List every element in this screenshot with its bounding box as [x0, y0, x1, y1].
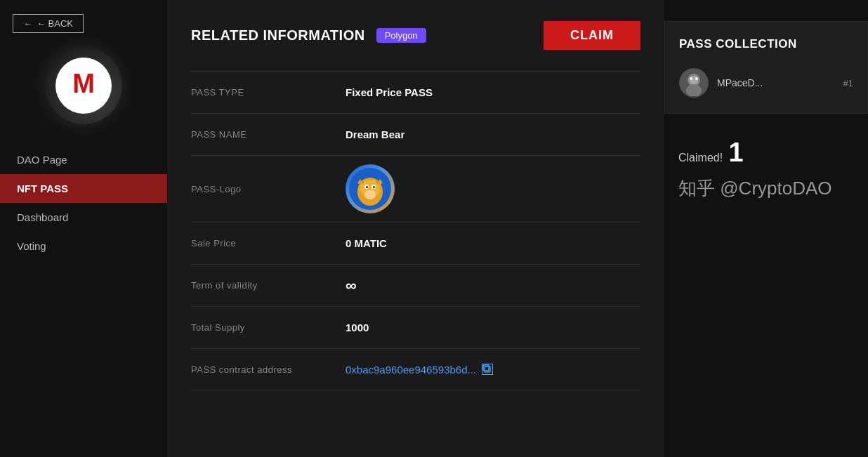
- back-button[interactable]: ← ← BACK: [13, 14, 84, 33]
- sale-price-label: Sale Price: [191, 238, 346, 249]
- validity-label: Term of validity: [191, 280, 346, 291]
- validity-row: Term of validity ∞: [191, 264, 640, 306]
- back-arrow-icon: ←: [23, 18, 32, 29]
- pass-name-label: PASS NAME: [191, 129, 346, 140]
- right-panel-wrapper: PASS COLLECTION MPaceD... #1 Claimed! 1 …: [664, 0, 868, 457]
- sale-price-value: 0 MATIC: [346, 237, 387, 249]
- nav-links: DAO Page NFT PASS Dashboard Voting: [0, 145, 167, 260]
- sidebar-item-voting[interactable]: Voting: [0, 232, 167, 260]
- page-title: RELATED INFORMATION: [191, 27, 365, 44]
- svg-text:M: M: [72, 69, 95, 98]
- svg-point-12: [364, 190, 376, 199]
- copy-icon[interactable]: [482, 364, 493, 375]
- svg-point-7: [366, 186, 368, 188]
- svg-rect-14: [483, 365, 489, 371]
- network-badge: Polygon: [376, 28, 426, 43]
- total-supply-value: 1000: [346, 322, 369, 333]
- svg-point-17: [690, 76, 698, 84]
- pass-collection-title: PASS COLLECTION: [679, 37, 853, 51]
- contract-address-value[interactable]: 0xbac9a960ee946593b6d...: [346, 364, 493, 376]
- main-header: RELATED INFORMATION Polygon CLAIM: [191, 21, 640, 50]
- pass-logo-image: [346, 164, 395, 213]
- sale-price-row: Sale Price 0 MATIC: [191, 222, 640, 264]
- main-content: RELATED INFORMATION Polygon CLAIM PASS T…: [167, 0, 664, 457]
- svg-point-19: [690, 77, 692, 80]
- pass-type-value: Fixed Price PASS: [346, 86, 433, 98]
- claim-button[interactable]: CLAIM: [544, 21, 640, 50]
- pass-type-label: PASS TYPE: [191, 87, 346, 98]
- avatar-icon: M: [59, 58, 108, 114]
- sidebar-item-dao-page[interactable]: DAO Page: [0, 145, 167, 174]
- pass-collection-panel: PASS COLLECTION MPaceD... #1: [664, 21, 868, 114]
- contract-address-label: PASS contract address: [191, 364, 346, 375]
- pass-name-value: Dream Bear: [346, 128, 405, 140]
- collection-id: #1: [843, 78, 853, 88]
- sidebar-item-nft-pass[interactable]: NFT PASS: [0, 174, 167, 203]
- contract-address-text: 0xbac9a960ee946593b6d...: [346, 364, 476, 376]
- back-button-label: ← BACK: [37, 18, 73, 29]
- collection-name: MPaceD...: [717, 77, 835, 88]
- contract-address-row: PASS contract address 0xbac9a960ee946593…: [191, 348, 640, 390]
- claimed-count: 1: [729, 138, 744, 167]
- svg-point-20: [695, 77, 698, 80]
- claimed-label: Claimed!: [678, 152, 723, 164]
- svg-point-8: [373, 186, 375, 188]
- validity-value: ∞: [346, 277, 357, 295]
- pass-logo-row: PASS-Logo: [191, 155, 640, 222]
- sidebar-item-dashboard[interactable]: Dashboard: [0, 203, 167, 232]
- svg-rect-13: [485, 366, 490, 372]
- avatar-container: M: [45, 47, 122, 124]
- total-supply-row: Total Supply 1000: [191, 306, 640, 348]
- pass-name-row: PASS NAME Dream Bear: [191, 113, 640, 155]
- collection-avatar: [679, 68, 709, 98]
- pass-logo-label: PASS-Logo: [191, 184, 346, 194]
- pass-type-row: PASS TYPE Fixed Price PASS: [191, 71, 640, 113]
- watermark: 知乎 @CryptoDAO: [664, 172, 868, 201]
- avatar: M: [55, 58, 112, 114]
- total-supply-label: Total Supply: [191, 322, 346, 333]
- sidebar: ← ← BACK M DAO Page NFT PASS Dashboard V…: [0, 0, 167, 457]
- collection-item: MPaceD... #1: [679, 68, 853, 98]
- claimed-section: Claimed! 1: [664, 125, 868, 168]
